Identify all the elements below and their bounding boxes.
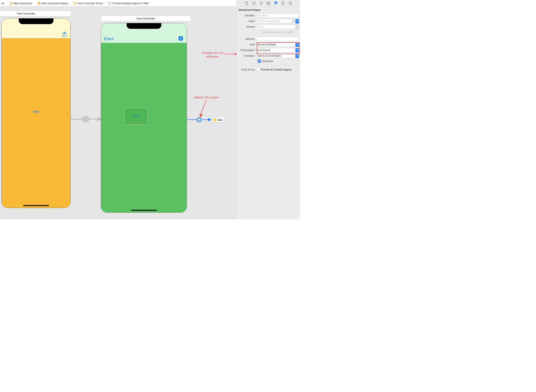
scene-icon [73,2,77,5]
kind-label: Kind [237,43,256,46]
svg-rect-15 [198,118,200,121]
vc2-container-label: Next [133,115,139,118]
inspector-body: Storyboard Segue Identifier Class UIStor… [237,7,300,74]
storyboard-file-icon [9,2,13,5]
inspector-panel: ? Storyboard Segue Identifier Class UISt… [236,0,300,219]
stepper-icon[interactable] [295,42,299,47]
presentation-label: Presentation [237,49,256,51]
vc1-title-text: View Controller [17,12,36,15]
class-label: Class [237,20,256,23]
segue1-arrowhead-icon [97,117,101,121]
vc2-body [101,43,187,212]
module-row: Module None [237,24,300,29]
segue-icon [108,2,111,5]
section-title: Storyboard Segue [237,8,300,13]
stepper-icon[interactable] [295,19,299,23]
segue2-arrowhead-icon [208,117,212,122]
svg-rect-25 [282,2,284,5]
inherit-module-checkbox[interactable] [258,30,261,34]
peek-pop-text: Preview & Commit Segues [261,68,292,71]
class-combo[interactable]: UIStoryboardSegue [256,19,299,23]
vc1-body [2,38,70,208]
selector-row: Selector [237,36,300,42]
connections-inspector-tab-icon[interactable] [288,1,292,5]
presentation-row: Presentation Full Screen [237,47,300,53]
svg-line-17 [201,100,206,114]
annotation-arrow-1 [225,53,236,56]
inspector-tabs: ? [237,0,300,7]
annotation-arrow-2 [199,100,209,118]
kind-row: Kind Present Modally [237,42,300,47]
animates-checkbox[interactable] [258,60,261,63]
animates-label: Animates [262,60,273,62]
bc-main-storyboard-base[interactable]: Main.storyboard (Base) [37,2,69,5]
svg-rect-3 [38,2,40,4]
vc2-phone-frame[interactable]: Back Next [101,23,187,213]
bc-segue[interactable]: Present Modally segue to "Side" [108,2,150,5]
notch-icon [19,19,53,24]
vc1-title-bar[interactable]: View Controller [0,11,71,16]
selector-label: Selector [237,37,256,40]
bc-sep: 〉 [69,2,73,5]
svg-rect-13 [84,118,87,121]
bc-main-storyboard[interactable]: Main.storyboard [9,2,33,5]
share-icon [62,31,67,37]
inherit-module-label: Inherit Module From Target [262,31,293,33]
storyboard-base-icon [37,2,41,5]
side-vc-icon: ◉ [213,118,216,121]
side-vc-badge[interactable]: ◉ Side [212,117,225,122]
bc-ds[interactable]: ds [1,2,5,5]
presentation-combo[interactable]: Full Screen [256,48,299,52]
download-icon [178,36,183,41]
peek-pop-label: Peek & Pop [237,68,256,71]
vc2-container-view[interactable]: Next [124,108,148,125]
transition-row: Transition Same As Destination [237,53,300,59]
module-label: Module [237,25,256,28]
vc1-next-button: Next [2,110,70,113]
stepper-icon [295,25,299,29]
kind-combo[interactable]: Present Modally [256,42,299,47]
home-indicator-icon [23,205,49,206]
size-inspector-tab-icon[interactable] [281,1,285,5]
svg-text:?: ? [260,2,262,5]
help-inspector-tab-icon[interactable]: ? [259,1,263,5]
divider [237,65,300,65]
transition-combo[interactable]: Same As Destination [256,54,299,58]
svg-rect-14 [85,118,86,120]
back-button: Back [103,37,114,41]
annotation-change-attributes: Change this two attributes [198,51,226,58]
identifier-input[interactable] [256,13,299,18]
identifier-label: Identifier [237,14,256,17]
peek-pop-row: Peek & Pop Preview & Commit Segues [237,67,300,72]
storyboard-canvas[interactable]: View Controller Next View Controller Bac… [0,7,236,219]
bc-sep: 〉 [33,2,37,5]
identity-inspector-tab-icon[interactable] [266,1,271,5]
history-inspector-tab-icon[interactable] [252,1,256,5]
file-inspector-tab-icon[interactable] [244,1,249,5]
stepper-icon[interactable] [295,48,299,52]
segue1-circle-icon[interactable] [83,116,89,122]
notch-icon [127,23,161,29]
peek-pop-checkbox[interactable] [256,68,259,71]
bc-vc-scene[interactable]: View Controller Scene [73,2,104,5]
animates-row: Animates [237,59,300,64]
inherit-module-row: Inherit Module From Target [237,29,300,35]
home-indicator-icon [131,210,157,211]
stepper-icon[interactable] [295,54,299,58]
selector-input[interactable] [256,37,299,41]
transition-label: Transition [237,54,256,57]
attributes-inspector-tab-icon[interactable] [274,1,278,5]
svg-rect-6 [109,2,111,5]
svg-rect-21 [267,2,270,5]
vc1-phone-frame[interactable]: Next [1,18,71,208]
vc2-title-bar[interactable]: View Controller [101,16,191,21]
bc-sep: 〉 [5,2,9,5]
module-combo[interactable]: None [256,25,299,29]
breadcrumb: ds 〉 Main.storyboard 〉 Main.storyboard (… [1,2,267,5]
vc2-title-text: View Controller [136,17,155,20]
svg-rect-4 [74,2,76,5]
add-class-icon[interactable] [292,20,295,23]
bc-sep: 〉 [103,2,108,5]
class-row: Class UIStoryboardSegue [237,18,300,24]
annotation-select-segue: Selecte this segue [193,96,218,99]
